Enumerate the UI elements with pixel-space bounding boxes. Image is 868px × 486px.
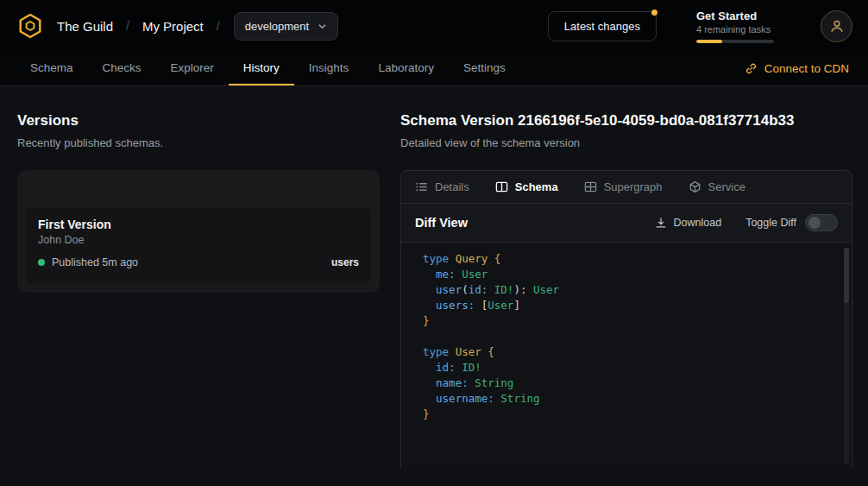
versions-subtitle: Recently published schemas. [17,136,380,149]
breadcrumb-separator: / [217,19,220,33]
version-status: Published 5m ago [52,256,138,268]
scrollbar[interactable] [844,248,849,464]
main-nav: Schema Checks Explorer History Insights … [0,52,868,86]
versions-title: Versions [17,112,380,129]
tab-schema-detail[interactable]: Schema [495,180,558,193]
tab-checks[interactable]: Checks [88,52,156,85]
hive-logo[interactable] [16,11,45,41]
user-icon [829,18,845,34]
version-detail-subtitle: Detailed view of the schema version [400,136,852,149]
get-started-subtitle: 4 remaining tasks [696,24,776,35]
scrollbar-thumb[interactable] [844,248,849,303]
schema-code[interactable]: type Query { me: User user(id: ID!): Use… [401,242,852,469]
diff-view-title: Diff View [415,216,468,230]
tab-schema[interactable]: Schema [16,52,88,85]
toggle-diff-label: Toggle Diff [745,217,796,229]
list-icon [415,180,428,193]
toggle-diff-switch[interactable] [805,214,838,231]
tab-service-label: Service [708,180,745,193]
breadcrumb-org[interactable]: The Guild [57,19,113,34]
tab-laboratory[interactable]: Laboratory [363,52,449,85]
avatar[interactable] [821,10,852,42]
download-icon [655,217,667,229]
version-detail-column: Schema Version 2166196f-5e10-4059-bd0a-0… [400,112,852,469]
version-detail-panel: Details Schema Supergraph [400,170,852,469]
latest-changes-label: Latest changes [564,20,640,33]
version-author: John Doe [38,234,359,246]
tab-service[interactable]: Service [689,180,745,193]
columns-icon [495,180,508,193]
environment-selector[interactable]: development [234,12,338,41]
download-button[interactable]: Download [655,217,722,229]
tab-supergraph-label: Supergraph [604,180,663,193]
breadcrumb-separator: / [126,19,129,33]
version-service-badge: users [331,256,359,268]
toggle-knob [808,217,821,229]
version-name: First Version [38,218,359,231]
version-detail-title: Schema Version 2166196f-5e10-4059-bd0a-0… [400,112,852,129]
version-list-item[interactable]: First Version John Doe Published 5m ago … [26,208,371,284]
tab-details-label: Details [435,180,469,193]
tab-insights[interactable]: Insights [294,52,364,85]
latest-changes-button[interactable]: Latest changes [548,11,657,41]
notification-dot [651,9,657,16]
tab-settings[interactable]: Settings [449,52,520,85]
environment-selector-value: development [245,20,309,33]
get-started-widget[interactable]: Get Started 4 remaining tasks [696,9,776,43]
breadcrumb-project[interactable]: My Project [142,19,204,34]
tab-history[interactable]: History [229,52,294,85]
connect-cdn-label: Connect to CDN [764,62,849,75]
supergraph-icon [584,180,597,193]
tab-explorer[interactable]: Explorer [156,52,229,85]
link-icon [745,62,758,75]
connect-cdn-button[interactable]: Connect to CDN [741,52,852,85]
download-label: Download [674,217,722,229]
main-content: Versions Recently published schemas. Fir… [0,86,868,486]
diff-view-header: Diff View Download Toggle Diff [401,204,852,242]
code-lines: type Query { me: User user(id: ID!): Use… [423,251,836,422]
published-status-dot [38,259,45,266]
progress-fill [696,40,722,43]
tab-schema-label: Schema [515,180,558,193]
versions-list: First Version John Doe Published 5m ago … [17,170,380,293]
breadcrumb: The Guild / My Project / [57,19,220,34]
tab-details[interactable]: Details [415,180,469,193]
detail-tab-bar: Details Schema Supergraph [401,171,852,204]
chevron-down-icon [318,22,327,31]
top-bar: The Guild / My Project / development Lat… [0,0,868,52]
box-icon [689,180,701,193]
get-started-title: Get Started [696,9,776,22]
progress-bar [696,40,774,43]
tab-supergraph[interactable]: Supergraph [584,180,663,193]
versions-column: Versions Recently published schemas. Fir… [17,112,380,293]
